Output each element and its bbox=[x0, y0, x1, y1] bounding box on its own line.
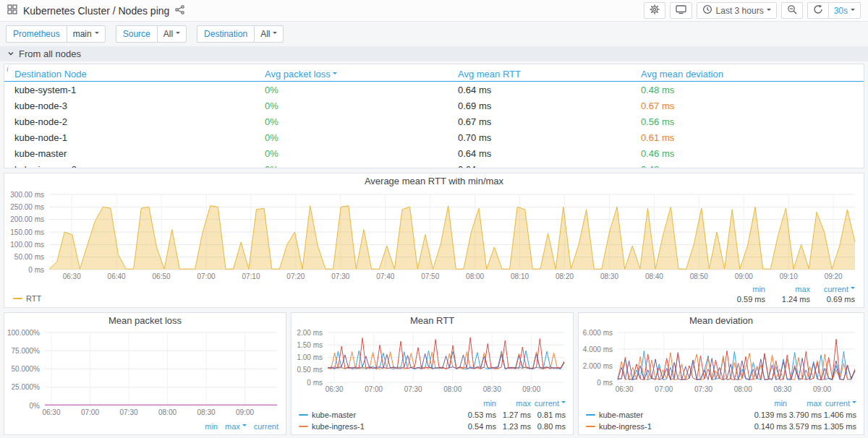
tv-mode-button[interactable] bbox=[670, 2, 692, 19]
svg-text:07:00: 07:00 bbox=[81, 408, 99, 416]
svg-text:09:00: 09:00 bbox=[813, 385, 831, 393]
svg-text:09:00: 09:00 bbox=[735, 272, 753, 280]
variable-dropdown[interactable]: main bbox=[67, 25, 106, 43]
legend-max-header[interactable]: max bbox=[225, 422, 247, 431]
svg-text:250.00 ms: 250.00 ms bbox=[10, 203, 44, 211]
legend-series-rtt[interactable]: RTT bbox=[13, 294, 41, 303]
svg-text:100.00 ms: 100.00 ms bbox=[10, 241, 44, 249]
legend-current-header[interactable]: current bbox=[531, 398, 566, 409]
svg-text:09:00: 09:00 bbox=[236, 408, 254, 416]
variable-dropdown[interactable]: All bbox=[157, 25, 187, 43]
col-avg-mean-rtt[interactable]: Avg mean RTT bbox=[448, 69, 631, 80]
svg-text:100.000%: 100.000% bbox=[7, 329, 40, 337]
legend-current-header[interactable]: current bbox=[254, 422, 278, 431]
svg-text:08:00: 08:00 bbox=[158, 408, 176, 416]
gear-icon bbox=[650, 4, 660, 17]
svg-text:09:00: 09:00 bbox=[522, 385, 540, 393]
svg-text:08:30: 08:30 bbox=[483, 385, 501, 393]
nodes-table: Destination Node Avg packet loss Avg mea… bbox=[4, 64, 864, 168]
legend-max-header[interactable]: max bbox=[496, 398, 531, 409]
mean-rtt-chart[interactable]: 2.00 ms1.50 ms1.00 ms0.50 ms0 ms06:3007:… bbox=[294, 329, 570, 394]
svg-text:07:30: 07:30 bbox=[694, 385, 712, 393]
cell-loss: 0% bbox=[255, 100, 448, 111]
dashboard-grid-icon[interactable] bbox=[7, 4, 17, 17]
legend-max-header[interactable]: max bbox=[765, 284, 810, 294]
svg-text:0 ms: 0 ms bbox=[307, 379, 323, 387]
svg-text:08:00: 08:00 bbox=[734, 385, 752, 393]
svg-text:06:30: 06:30 bbox=[326, 385, 344, 393]
chevron-down-icon bbox=[7, 48, 14, 59]
rtt-minmax-chart[interactable]: 300.00 ms250.00 ms200.00 ms150.00 ms100.… bbox=[7, 191, 861, 281]
svg-text:07:30: 07:30 bbox=[119, 408, 137, 416]
svg-text:06:30: 06:30 bbox=[616, 385, 634, 393]
svg-text:06:30: 06:30 bbox=[63, 272, 81, 280]
legend-min-header[interactable]: min bbox=[720, 284, 765, 294]
panel-title[interactable]: Mean packet loss bbox=[4, 313, 286, 329]
rtt-minmax-panel: Average mean RTT with min/max 300.00 ms2… bbox=[4, 173, 864, 308]
cell-dev: 0.48 ms bbox=[631, 85, 864, 95]
legend-min-header[interactable]: min bbox=[752, 398, 787, 409]
svg-text:08:40: 08:40 bbox=[645, 272, 663, 280]
svg-text:07:00: 07:00 bbox=[197, 272, 215, 280]
col-destination-node[interactable]: Destination Node bbox=[4, 69, 255, 80]
cell-rtt: 0.69 ms bbox=[448, 100, 631, 111]
series-color-dash bbox=[299, 426, 308, 427]
legend-series-toggle[interactable]: kube-master bbox=[299, 409, 461, 421]
series-label: kube-master bbox=[312, 409, 356, 421]
clock-icon bbox=[702, 4, 712, 17]
refresh-button[interactable] bbox=[807, 2, 828, 19]
cell-node: kube-node-1 bbox=[4, 132, 255, 143]
legend-current-value: 0.81 ms bbox=[531, 409, 566, 421]
table-row: kube-node-2 0% 0.67 ms 0.56 ms bbox=[4, 113, 864, 129]
series-label: kube-ingress-1 bbox=[599, 421, 652, 432]
packet-loss-chart[interactable]: 100.000%75.000%50.000%25.000%0%06:3007:0… bbox=[7, 329, 283, 417]
svg-text:1.50 ms: 1.50 ms bbox=[297, 341, 323, 349]
legend-current-header[interactable]: current bbox=[822, 398, 856, 409]
svg-text:0.50 ms: 0.50 ms bbox=[297, 366, 323, 374]
svg-text:08:30: 08:30 bbox=[600, 272, 618, 280]
legend-min-header[interactable]: min bbox=[205, 422, 218, 431]
svg-text:0 ms: 0 ms bbox=[597, 379, 613, 387]
legend-max-value: 3.579 ms bbox=[787, 421, 822, 432]
legend-max-value: 1.24 ms bbox=[765, 294, 810, 304]
time-range-picker[interactable]: Last 3 hours bbox=[697, 2, 777, 19]
zoom-out-button[interactable] bbox=[781, 2, 803, 19]
cell-rtt: 0.67 ms bbox=[448, 116, 631, 127]
svg-text:06:40: 06:40 bbox=[108, 272, 126, 280]
legend-max-header[interactable]: max bbox=[787, 398, 822, 409]
svg-text:0%: 0% bbox=[30, 402, 41, 410]
panel-title[interactable]: Mean deviation bbox=[579, 313, 864, 329]
table-row: kube-master 0% 0.64 ms 0.46 ms bbox=[4, 145, 864, 161]
share-icon[interactable] bbox=[175, 5, 184, 17]
panel-title[interactable]: Average mean RTT with min/max bbox=[4, 173, 864, 189]
dashboard-row-toggle[interactable]: From all nodes bbox=[0, 46, 868, 61]
refresh-interval-picker[interactable]: 30s bbox=[828, 2, 861, 19]
panel-title[interactable]: Mean RTT bbox=[292, 313, 573, 329]
mean-rtt-panel: Mean RTT 2.00 ms1.50 ms1.00 ms0.50 ms0 m… bbox=[291, 312, 574, 435]
settings-button[interactable] bbox=[644, 2, 665, 19]
svg-text:2.00 ms: 2.00 ms bbox=[297, 329, 323, 337]
col-avg-mean-deviation[interactable]: Avg mean deviation bbox=[631, 69, 864, 80]
variable-destination: Destination All bbox=[197, 25, 284, 43]
table-row: kube-node-1 0% 0.70 ms 0.61 ms bbox=[4, 129, 864, 145]
cell-loss: 0% bbox=[255, 132, 448, 143]
cell-dev: 0.61 ms bbox=[631, 132, 864, 143]
panel-info-icon[interactable]: i bbox=[7, 65, 9, 73]
legend-current-header[interactable]: current bbox=[810, 284, 855, 294]
series-color-dash bbox=[13, 298, 22, 299]
svg-text:50.000%: 50.000% bbox=[12, 365, 41, 373]
variable-dropdown[interactable]: All bbox=[254, 25, 284, 43]
legend-min-value: 0.139 ms bbox=[752, 409, 787, 421]
cell-loss: 0% bbox=[255, 85, 448, 95]
legend-series-toggle[interactable]: kube-ingress-1 bbox=[586, 421, 752, 432]
legend-min-header[interactable]: min bbox=[461, 398, 496, 409]
col-avg-packet-loss[interactable]: Avg packet loss bbox=[255, 69, 448, 80]
variable-source: Source All bbox=[116, 25, 187, 43]
mean-deviation-chart[interactable]: 6.000 ms4.000 ms2.000 ms0 ms06:3007:0007… bbox=[582, 329, 861, 394]
legend-series-toggle[interactable]: kube-master bbox=[586, 409, 752, 421]
svg-text:06:30: 06:30 bbox=[42, 408, 60, 416]
legend-series-toggle[interactable]: kube-ingress-1 bbox=[299, 421, 461, 432]
variable-label: Destination bbox=[197, 25, 254, 43]
dashboard-title[interactable]: Kubernetes Cluster / Nodes ping bbox=[23, 5, 169, 17]
svg-text:07:00: 07:00 bbox=[655, 385, 673, 393]
